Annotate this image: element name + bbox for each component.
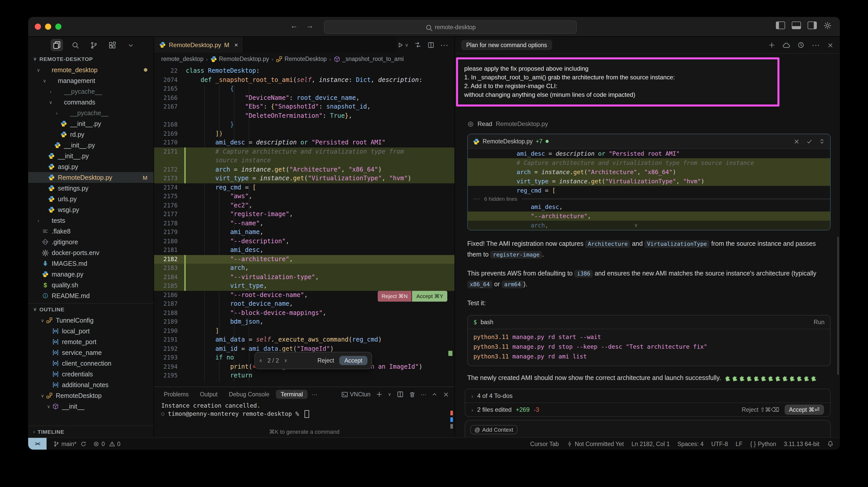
tree-item-remotedesktop[interactable]: ∨RemoteDesktop <box>28 390 154 401</box>
tree-item-remote-desktop[interactable]: ∨remote_desktop <box>28 64 154 75</box>
tree-item-client-connection[interactable]: client_connection <box>28 358 154 369</box>
sync-icon[interactable] <box>81 441 87 447</box>
terminal-more-actions-icon[interactable]: ··· <box>421 391 426 397</box>
prev-change-icon[interactable]: ∧ <box>259 358 262 363</box>
new-terminal-icon[interactable] <box>376 391 383 398</box>
tree-item-settings-py[interactable]: settings.py <box>28 183 154 194</box>
code-line-2074[interactable]: 2074 def _snapshot_root_to_ami(self, ins… <box>154 76 455 85</box>
tree-item--gitignore[interactable]: .gitignore <box>28 237 154 247</box>
code-line-2182[interactable]: 2182 "--architecture", <box>154 255 455 264</box>
cursor-position[interactable]: Ln 2182, Col 1 <box>631 441 670 447</box>
close-panel-icon[interactable] <box>827 42 834 48</box>
chat-scrollbar[interactable] <box>837 237 839 375</box>
code-line-2169[interactable]: 2169 ]) <box>154 129 455 138</box>
encoding[interactable]: UTF-8 <box>711 441 728 447</box>
code-line-2174[interactable]: 2174 reg_cmd = [ <box>154 183 455 192</box>
code-line-2179[interactable]: 2179 ami_name, <box>154 228 455 237</box>
tree-item-additional-notes[interactable]: additional_notes <box>28 379 154 390</box>
language-mode[interactable]: { } Python <box>750 441 776 447</box>
split-terminal-icon[interactable] <box>396 391 404 398</box>
close-window-button[interactable] <box>35 24 41 30</box>
tree-item-urls-py[interactable]: urls.py <box>28 194 154 204</box>
toggle-left-panel-icon[interactable] <box>776 22 785 29</box>
history-icon[interactable] <box>797 41 805 49</box>
accept-all-button[interactable]: Accept ⌘⏎ <box>784 405 824 415</box>
code-line-2186[interactable]: 2186 "--root-device-name",Reject ⌘NAccep… <box>154 291 455 299</box>
code-line-2195[interactable]: 2195 return <box>154 371 455 380</box>
code-line-2191[interactable]: 2191 ami_data = self._execute_aws_comman… <box>154 336 455 344</box>
explorer-icon[interactable] <box>51 39 63 51</box>
more-actions-icon[interactable]: ··· <box>440 40 448 50</box>
indentation[interactable]: Spaces: 4 <box>677 441 704 447</box>
code-line-2181[interactable]: 2181 ami_desc, <box>154 246 455 255</box>
run-dropdown-icon[interactable]: ∨ <box>405 42 408 47</box>
minimize-window-button[interactable] <box>45 24 51 30</box>
next-change-icon[interactable]: ∨ <box>284 358 287 363</box>
open-changes-icon[interactable] <box>414 41 422 49</box>
code-line-wrap[interactable]: "DeleteOnTermination": True}, <box>154 111 455 120</box>
chat-scroll-area[interactable]: please apply the fix proposed above incl… <box>455 54 840 437</box>
expand-icon[interactable] <box>819 138 825 145</box>
accept-change-button[interactable]: Accept <box>339 356 368 365</box>
tree-item-service-name[interactable]: service_name <box>28 347 154 358</box>
tree-item--flake8[interactable]: .flake8 <box>28 226 154 237</box>
diff-card-header[interactable]: RemoteDesktop.py +7 <box>468 134 830 149</box>
extensions-icon[interactable] <box>106 39 118 51</box>
source-control-icon[interactable] <box>88 39 100 51</box>
code-line-2178[interactable]: 2178 "--name", <box>154 219 455 228</box>
tree-item-credentials[interactable]: credentials <box>28 369 154 379</box>
outline-section-header[interactable]: ∨OUTLINE <box>28 303 154 315</box>
panel-tabs-overflow-icon[interactable]: ··· <box>312 391 317 397</box>
todos-row[interactable]: › 4 of 4 To-dos <box>465 389 830 402</box>
tree-item-docker-ports-env[interactable]: docker-ports.env <box>28 247 154 258</box>
code-line-2173[interactable]: 2173 virt_type = instance.get("Virtualiz… <box>154 174 455 183</box>
tree-item-management[interactable]: ∨management <box>28 75 154 86</box>
add-context-chip[interactable]: @ Add Context <box>470 425 517 434</box>
code-line-2190[interactable]: 2190 ] <box>154 326 455 336</box>
panel-tab-terminal[interactable]: Terminal <box>276 390 308 399</box>
breadcrumb-item[interactable]: remote_desktop <box>161 56 204 62</box>
maximize-panel-icon[interactable] <box>431 391 438 397</box>
code-line-2180[interactable]: 2180 "--description", <box>154 237 455 246</box>
bell-icon[interactable] <box>827 440 834 447</box>
cursor-tab-status[interactable]: Cursor Tab <box>530 441 559 447</box>
forward-arrow-icon[interactable]: → <box>306 21 314 30</box>
panel-tab-debug-console[interactable]: Debug Console <box>224 390 274 399</box>
code-line-2188[interactable]: 2188 "--block-device-mappings", <box>154 309 455 317</box>
terminal-prompt-line[interactable]: ◯ timon@penny-monterey remote-desktop % <box>161 410 455 418</box>
code-line-2175[interactable]: 2175 "aws", <box>154 192 455 201</box>
tree-item-asgi-py[interactable]: asgi.py <box>28 161 154 172</box>
tree-item-remote-port[interactable]: remote_port <box>28 337 154 347</box>
code-line-2168[interactable]: 2168 } <box>154 120 455 129</box>
remote-indicator[interactable]: >< <box>28 438 46 450</box>
tree-item-remotedesktop-py[interactable]: RemoteDesktop.pyM <box>28 172 154 183</box>
toggle-bottom-panel-icon[interactable] <box>792 22 801 29</box>
maximize-window-button[interactable] <box>55 24 61 30</box>
gear-icon[interactable] <box>824 22 832 30</box>
tree-item-tunnelconfig[interactable]: ∨TunnelConfig <box>28 315 154 326</box>
code-line-2184[interactable]: 2184 "--virtualization-type", <box>154 273 455 282</box>
read-file-row[interactable]: Read RemoteDesktop.py <box>467 120 831 127</box>
tree-item-wsgi-py[interactable]: wsgi.py <box>28 204 154 215</box>
code-line-2187[interactable]: 2187 root_device_name, <box>154 299 455 309</box>
tree-item-tests[interactable]: ›tests <box>28 215 154 226</box>
code-line-2170[interactable]: 2170 ami_desc = description or "Persiste… <box>154 138 455 147</box>
breadcrumb-item[interactable]: RemoteDesktop.py <box>210 56 269 62</box>
explorer-section-header[interactable]: ∨REMOTE-DESKTOP <box>28 53 154 64</box>
new-chat-icon[interactable] <box>768 41 775 49</box>
code-line-2172[interactable]: 2172 arch = instance.get("Architecture",… <box>154 165 455 174</box>
eol-indicator[interactable]: LF <box>736 441 743 447</box>
python-version[interactable]: 3.11.13 64-bit <box>784 441 819 447</box>
accept-file-icon[interactable] <box>806 138 813 145</box>
code-line-2189[interactable]: 2189 bdm_json, <box>154 317 455 326</box>
tree-item--init-py[interactable]: __init__.py <box>28 150 154 161</box>
tree-item--pycache-[interactable]: ›__pycache__ <box>28 86 154 97</box>
chevron-down-icon[interactable] <box>124 39 137 51</box>
code-line-2165[interactable]: 2165 { <box>154 85 455 93</box>
tree-item-images-md[interactable]: IMAGES.md <box>28 258 154 269</box>
tree-item-quality-sh[interactable]: $quality.sh <box>28 280 154 290</box>
hidden-lines-divider[interactable]: 6 hidden lines <box>468 195 830 202</box>
tree-item--init-py[interactable]: __init__.py <box>28 140 154 150</box>
tree-item-readme-md[interactable]: README.md <box>28 290 154 301</box>
timeline-section-header[interactable]: ›TIMELINE <box>28 426 154 437</box>
